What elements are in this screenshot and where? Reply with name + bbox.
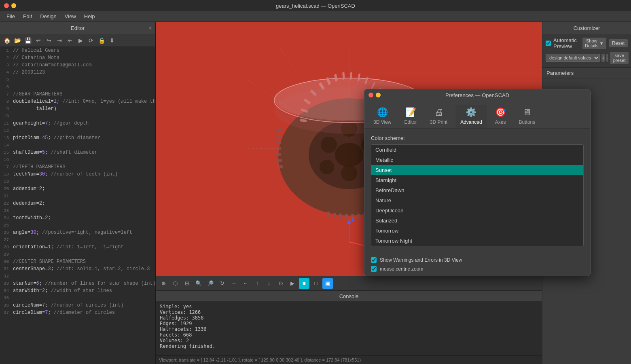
preferences-title: Preferences — OpenSCAD bbox=[364, 92, 590, 98]
code-line-29: 29 bbox=[0, 251, 155, 258]
3dview-icon: 🌐 bbox=[377, 107, 388, 118]
code-line-27: 27 bbox=[0, 236, 155, 243]
toolbar-export[interactable]: ⬇ bbox=[108, 36, 116, 45]
toolbar-indent[interactable]: ⇥ bbox=[55, 36, 64, 45]
color-scheme-section: Color scheme: CornfieldMetallicSunsetSta… bbox=[371, 135, 584, 246]
close-button[interactable] bbox=[4, 3, 9, 8]
color-scheme-item-cornfield[interactable]: Cornfield bbox=[371, 145, 583, 155]
menu-view[interactable]: View bbox=[61, 13, 79, 20]
vp-btn-down[interactable]: ↓ bbox=[264, 278, 274, 289]
traffic-lights bbox=[4, 3, 16, 8]
code-line-13: 13pitchDiam=45; //pitch diameter bbox=[0, 134, 155, 142]
color-scheme-item-deepocean[interactable]: DeepOcean bbox=[371, 205, 583, 216]
reset-button[interactable]: Reset bbox=[609, 39, 628, 47]
pref-close-button[interactable] bbox=[368, 93, 373, 97]
vp-btn-center[interactable]: ⊙ bbox=[275, 278, 286, 289]
toolbar-save[interactable]: 💾 bbox=[23, 36, 32, 45]
preset-add-button[interactable]: + bbox=[601, 54, 605, 62]
pref-min-button[interactable] bbox=[376, 93, 381, 97]
tab-axes[interactable]: 🎯 Axes bbox=[490, 105, 511, 128]
line-content: shaftDiam=5; //shaft diameter bbox=[11, 149, 155, 156]
code-line-17: 17//TEETH PARAMETERS bbox=[0, 163, 155, 171]
line-number: 11 bbox=[0, 120, 11, 127]
color-scheme-list: CornfieldMetallicSunsetStarnightBeforeDa… bbox=[371, 144, 584, 246]
console-line: Edges: 1929 bbox=[160, 321, 538, 326]
code-line-28: 28orientation=1; //int: 1=left, -1=right bbox=[0, 243, 155, 251]
code-line-35: 35 bbox=[0, 294, 155, 302]
code-line-31: 31centerShape=3; //int: solid=1, star=2,… bbox=[0, 265, 155, 273]
vp-btn-animate[interactable]: ▶ bbox=[287, 278, 298, 289]
console-line: Halffacets: 1336 bbox=[160, 326, 538, 332]
customizer-toolbar: Automatic Preview Show Details ▼ Reset d… bbox=[542, 34, 631, 68]
toolbar-redo[interactable]: ↪ bbox=[44, 36, 53, 45]
line-number: 6 bbox=[0, 83, 11, 91]
line-number: 23 bbox=[0, 207, 11, 214]
auto-preview-label: Automatic Preview bbox=[553, 37, 580, 49]
line-content bbox=[11, 236, 155, 243]
color-scheme-item-tomorrownight[interactable]: Tomorrow Night bbox=[371, 236, 583, 246]
code-line-22: 22dedendum=2; bbox=[0, 200, 155, 207]
preset-select[interactable]: design default values bbox=[546, 54, 600, 62]
console-line: Simple: yes bbox=[160, 304, 538, 309]
menu-edit[interactable]: Edit bbox=[20, 13, 35, 20]
code-line-23: 23 bbox=[0, 207, 155, 214]
toolbar-lock[interactable]: 🔒 bbox=[97, 36, 106, 45]
line-number: 9 bbox=[0, 105, 11, 112]
tab-3dview[interactable]: 🌐 3D View bbox=[368, 105, 396, 128]
menu-help[interactable]: Help bbox=[81, 13, 98, 20]
minimize-button[interactable] bbox=[11, 3, 16, 8]
vp-btn-rotate[interactable]: ↻ bbox=[217, 278, 227, 289]
line-content: gearHeight=7; //gear depth bbox=[11, 120, 155, 127]
color-scheme-item-tomorrow[interactable]: Tomorrow bbox=[371, 226, 583, 236]
toolbar-undo[interactable]: ↩ bbox=[34, 36, 43, 45]
toolbar-new[interactable]: 🏠 bbox=[2, 36, 11, 45]
color-scheme-item-nature[interactable]: Nature bbox=[371, 195, 583, 205]
code-line-25: 25 bbox=[0, 222, 155, 229]
toolbar-open[interactable]: 📂 bbox=[13, 36, 22, 45]
show-details-button[interactable]: Show Details ▼ bbox=[582, 38, 606, 49]
color-scheme-item-beforedawn[interactable]: BeforeDawn bbox=[371, 185, 583, 195]
menu-file[interactable]: File bbox=[3, 13, 18, 20]
vp-btn-right[interactable]: → bbox=[229, 278, 239, 289]
tab-editor-label: Editor bbox=[404, 119, 417, 125]
color-scheme-item-metallic[interactable]: Metallic bbox=[371, 155, 583, 165]
mousecentric-checkbox[interactable] bbox=[371, 266, 377, 272]
vp-btn-wireframe[interactable]: □ bbox=[311, 278, 321, 289]
svg-text:Z: Z bbox=[351, 216, 355, 222]
console-line: Rendering finished. bbox=[160, 343, 538, 349]
vp-btn-blue-mode[interactable]: ▣ bbox=[322, 278, 333, 289]
line-content: doubleHelical=1; //int: 0=no, 1=yes (wil… bbox=[11, 98, 155, 105]
svg-rect-18 bbox=[275, 141, 281, 144]
preset-remove-button[interactable]: - bbox=[606, 54, 608, 62]
tab-advanced[interactable]: ⚙️ Advanced bbox=[455, 105, 487, 128]
line-content: // 20091123 bbox=[11, 69, 155, 76]
auto-preview-checkbox[interactable] bbox=[546, 40, 551, 46]
vp-btn-zoom-fit[interactable]: ⊞ bbox=[182, 278, 192, 289]
toolbar-unindent[interactable]: ⇤ bbox=[66, 36, 74, 45]
vp-btn-left[interactable]: ← bbox=[240, 278, 251, 289]
color-scheme-item-sunset[interactable]: Sunset bbox=[371, 165, 583, 175]
toolbar-preview[interactable]: ▶ bbox=[76, 36, 85, 45]
code-editor[interactable]: 1// Helical Gears2// Catarina Mota3// ca… bbox=[0, 47, 155, 364]
save-preset-button[interactable]: save preset bbox=[610, 52, 629, 64]
vp-btn-zoom-out[interactable]: 🔎 bbox=[205, 278, 216, 289]
line-number: 20 bbox=[0, 185, 11, 193]
color-scheme-item-starnight[interactable]: Starnight bbox=[371, 175, 583, 185]
tab-3dprint[interactable]: 🖨 3D Print bbox=[425, 105, 452, 128]
vp-btn-render-mode[interactable]: ■ bbox=[299, 278, 309, 289]
toolbar-render[interactable]: ⟳ bbox=[87, 36, 95, 45]
vp-btn-perspective[interactable]: ⬡ bbox=[170, 278, 180, 289]
vp-btn-up[interactable]: ↑ bbox=[252, 278, 263, 289]
vp-btn-reset-view[interactable]: ⊕ bbox=[158, 278, 169, 289]
status-bar: Viewport: translate = [ 12.84 -2.11 -1.0… bbox=[156, 355, 542, 364]
tab-buttons[interactable]: 🖥 Buttons bbox=[514, 105, 540, 128]
warnings-checkbox[interactable] bbox=[371, 257, 377, 263]
line-number: 21 bbox=[0, 193, 11, 200]
editor-close-button[interactable]: × bbox=[149, 25, 152, 31]
tab-advanced-label: Advanced bbox=[460, 119, 482, 125]
tab-editor[interactable]: 📝 Editor bbox=[399, 105, 421, 128]
menu-design[interactable]: Design bbox=[37, 13, 59, 20]
line-number: 5 bbox=[0, 76, 11, 83]
color-scheme-item-solarized[interactable]: Solarized bbox=[371, 216, 583, 226]
vp-btn-zoom-in[interactable]: 🔍 bbox=[193, 278, 204, 289]
